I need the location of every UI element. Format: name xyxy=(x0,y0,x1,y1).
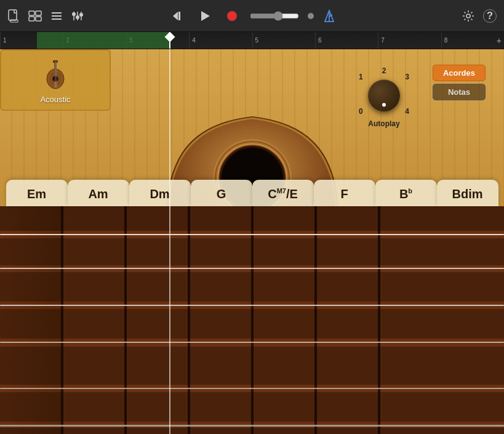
svg-marker-17 xyxy=(201,11,210,21)
svg-point-23 xyxy=(466,14,470,18)
autoplay-num-0: 0 xyxy=(359,107,363,116)
chord-btn-bb[interactable]: Bb xyxy=(375,180,437,206)
ruler-mark-5: 5 xyxy=(252,32,315,49)
string-shadow-1 xyxy=(0,238,504,265)
chord-btn-bdim[interactable]: Bdim xyxy=(437,180,498,206)
mode-buttons: Acordes Notas xyxy=(433,65,486,100)
record-button[interactable] xyxy=(223,7,241,25)
svg-rect-3 xyxy=(36,11,41,15)
ruler-mark-7: 7 xyxy=(378,32,441,49)
arrange-icon[interactable] xyxy=(28,10,42,22)
settings-icon[interactable] xyxy=(462,10,474,22)
string-1 xyxy=(0,234,504,235)
string-6 xyxy=(0,425,504,427)
playhead-main xyxy=(169,49,170,434)
ruler-mark-4: 4 xyxy=(189,32,252,49)
mixer-icon[interactable] xyxy=(71,10,84,22)
toolbar-center xyxy=(169,7,336,25)
autoplay-num-2: 2 xyxy=(382,66,386,75)
acordes-button[interactable]: Acordes xyxy=(433,65,486,81)
svg-rect-27 xyxy=(53,60,58,63)
chord-btn-g[interactable]: G xyxy=(191,180,252,206)
svg-marker-15 xyxy=(173,12,178,20)
autoplay-num-3: 3 xyxy=(405,73,409,81)
fret-strings xyxy=(0,206,504,434)
notas-button[interactable]: Notas xyxy=(433,84,486,100)
ruler-mark-8: 8 xyxy=(441,32,504,49)
toolbar: ? xyxy=(0,0,504,32)
string-shadow-5 xyxy=(0,392,504,422)
chord-btn-f[interactable]: F xyxy=(314,180,375,206)
svg-rect-4 xyxy=(29,17,34,21)
string-4 xyxy=(0,342,504,343)
svg-rect-16 xyxy=(178,12,180,20)
string-shadow-4 xyxy=(0,347,504,385)
ruler-bar: 1 2 3 4 5 6 7 8 + xyxy=(0,32,504,49)
string-3 xyxy=(0,305,504,306)
loop-region[interactable] xyxy=(37,32,169,49)
svg-rect-0 xyxy=(9,10,17,20)
autoplay-num-1: 1 xyxy=(359,73,363,81)
svg-point-19 xyxy=(308,13,314,19)
autoplay-panel: 2 1 3 0 4 Autoplay xyxy=(356,68,412,128)
toolbar-right: ? xyxy=(462,9,497,23)
string-5 xyxy=(0,388,504,389)
string-2 xyxy=(0,268,504,269)
string-shadow-6 xyxy=(0,428,504,434)
volume-dot xyxy=(308,13,314,19)
track-name-label: Acoustic xyxy=(40,95,70,104)
metronome-icon[interactable] xyxy=(322,9,336,23)
autoplay-numbers: 2 1 3 0 4 xyxy=(356,68,412,117)
play-button[interactable] xyxy=(196,7,214,25)
autoplay-label: Autoplay xyxy=(368,119,399,128)
chord-btn-dm[interactable]: Dm xyxy=(129,180,191,206)
track-panel[interactable]: Acoustic xyxy=(0,49,111,111)
svg-point-14 xyxy=(79,13,83,17)
volume-slider[interactable] xyxy=(250,11,299,21)
chord-btn-em[interactable]: Em xyxy=(6,180,68,206)
fretboard[interactable] xyxy=(0,206,504,434)
svg-point-12 xyxy=(72,12,76,16)
main-content: Acoustic xyxy=(0,49,504,434)
new-document-icon[interactable] xyxy=(7,9,20,23)
svg-rect-5 xyxy=(36,17,41,21)
track-instrument-icon xyxy=(37,57,74,91)
autoplay-knob[interactable] xyxy=(368,79,400,111)
ruler-mark-6: 6 xyxy=(315,32,378,49)
string-shadow-0 xyxy=(0,206,504,231)
svg-rect-1 xyxy=(10,20,18,22)
chord-btn-am[interactable]: Am xyxy=(68,180,129,206)
playhead-marker[interactable] xyxy=(163,32,177,44)
svg-point-13 xyxy=(76,15,79,19)
rewind-button[interactable] xyxy=(169,7,187,25)
string-shadow-3 xyxy=(0,309,504,339)
svg-point-18 xyxy=(227,11,237,21)
list-icon[interactable] xyxy=(50,11,63,21)
help-icon[interactable]: ? xyxy=(483,9,497,23)
toolbar-left xyxy=(7,9,84,23)
chord-btn-cm7e[interactable]: CM7/E xyxy=(252,180,314,206)
svg-rect-2 xyxy=(29,11,34,15)
autoplay-num-4: 4 xyxy=(405,107,409,116)
chords-row: Em Am Dm G CM7/E F Bb Bdim xyxy=(0,180,504,206)
string-shadow-2 xyxy=(0,272,504,302)
add-track-button[interactable]: + xyxy=(497,36,502,46)
timeline-ruler: 1 2 3 4 5 6 7 8 + xyxy=(0,32,504,49)
svg-point-29 xyxy=(53,76,58,81)
